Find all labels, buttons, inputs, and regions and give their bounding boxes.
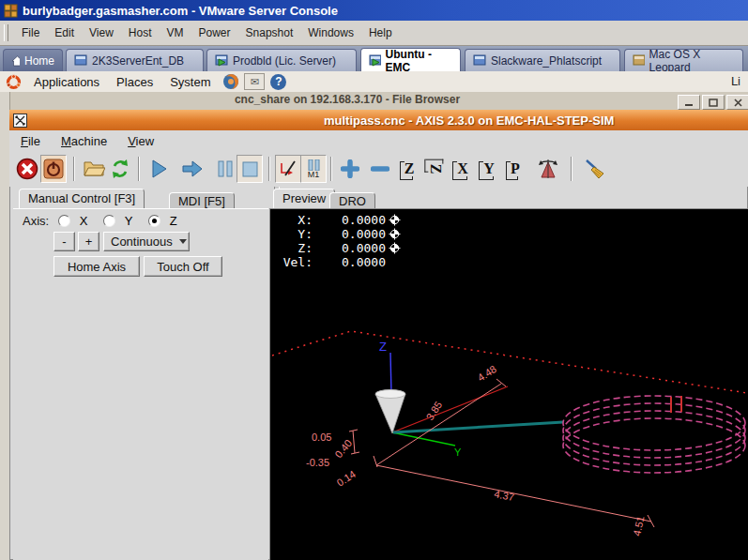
view-perspective-button[interactable]: P — [502, 155, 528, 183]
firefox-icon[interactable] — [222, 73, 239, 90]
axis-radio-x[interactable]: X — [58, 214, 87, 228]
view-z-button[interactable]: Z — [396, 155, 422, 183]
ubuntu-panel: Applications Places System ✉ ? Li — [0, 71, 748, 93]
applications-menu[interactable]: Applications — [25, 75, 108, 89]
tab-preview-label: Preview — [282, 191, 326, 205]
stop-button[interactable] — [237, 155, 263, 183]
view-y-icon: Y — [483, 161, 495, 176]
rotate-view-button[interactable] — [535, 155, 561, 183]
vm-suspended-icon — [633, 54, 645, 67]
close-icon — [734, 98, 742, 107]
radio-y-label: Y — [125, 214, 133, 228]
view-x-button[interactable]: X — [450, 155, 476, 183]
ubuntu-logo-icon[interactable] — [6, 74, 22, 90]
home-axis-button[interactable]: Home Axis — [53, 256, 140, 277]
dim-x-min: 0.14 — [335, 468, 359, 489]
jog-minus-button[interactable]: - — [53, 232, 75, 251]
minimize-icon — [684, 98, 694, 106]
jog-mode-value: Continuous — [111, 235, 173, 249]
estop-button[interactable] — [14, 155, 40, 183]
vmware-menu-view[interactable]: View — [82, 26, 121, 39]
tab-2k3serverent-db[interactable]: 2K3ServerEnt_DB — [66, 49, 204, 71]
rotate-cone-icon — [537, 158, 559, 180]
open-file-button[interactable] — [81, 155, 107, 183]
tab-slackware-phlatscript[interactable]: Slackware_Phlatscript — [465, 49, 620, 71]
dro-z-label: Z: — [279, 241, 313, 255]
radio-z[interactable] — [148, 215, 160, 227]
skip-lines-toggle[interactable] — [275, 155, 301, 183]
reload-button[interactable] — [107, 155, 133, 183]
help-icon[interactable]: ? — [270, 74, 286, 90]
zoom-out-button[interactable] — [367, 155, 393, 183]
clear-plot-button[interactable] — [582, 155, 608, 183]
tab-manual-control-label: Manual Control [F3] — [28, 191, 135, 205]
tab-mdi-label: MDI [F5] — [178, 194, 225, 208]
view-z-rotated-icon: Z — [428, 164, 443, 174]
vmware-titlebar[interactable]: burlybadger.gasmasher.com - VMware Serve… — [0, 0, 748, 21]
view-y-button[interactable]: Y — [476, 155, 502, 183]
view-z-rotated-button[interactable]: Z — [422, 155, 449, 183]
radio-y[interactable] — [103, 215, 115, 227]
axis-radio-z[interactable]: Z — [148, 214, 177, 228]
m1-label: M1 — [308, 171, 320, 179]
radio-x[interactable] — [58, 215, 70, 227]
panel-clock-fragment: Li — [731, 74, 740, 88]
axis-menu-file[interactable]: File — [21, 134, 40, 148]
vmware-menu-vm[interactable]: VM — [160, 26, 191, 39]
tab-home[interactable]: Home — [3, 49, 63, 71]
axis-radio-y[interactable]: Y — [103, 214, 132, 228]
jog-mode-select[interactable]: Continuous — [103, 232, 190, 251]
places-menu[interactable]: Places — [108, 75, 161, 89]
axis-titlebar[interactable]: multipass.cnc - AXIS 2.3.0 on EMC-HAL-ST… — [9, 110, 748, 131]
system-menu[interactable]: System — [161, 75, 219, 89]
touch-off-label: Touch Off — [157, 260, 208, 274]
vmware-menu-edit[interactable]: Edit — [47, 26, 82, 39]
position-marker-icon — [389, 228, 401, 240]
vmware-menu-help[interactable]: Help — [361, 26, 400, 39]
close-button[interactable] — [726, 95, 748, 110]
view-x-icon: X — [457, 161, 468, 176]
vm-running-icon — [369, 54, 381, 67]
tab-manual-control[interactable]: Manual Control [F3] — [19, 189, 145, 209]
axis-menu-view[interactable]: View — [128, 134, 154, 148]
tab-dro[interactable]: DRO — [329, 192, 375, 209]
jog-plus-button[interactable]: + — [78, 232, 99, 251]
maximize-button[interactable] — [702, 95, 725, 110]
touch-off-button[interactable]: Touch Off — [144, 256, 222, 277]
tool-cone — [375, 394, 405, 433]
mail-icon[interactable]: ✉ — [244, 73, 265, 90]
power-icon — [43, 159, 64, 179]
axis-menu-machine[interactable]: Machine — [61, 134, 107, 148]
tab-ubuntu-emc[interactable]: Ubuntu - EMC — [360, 48, 461, 72]
zoom-in-button[interactable] — [337, 155, 363, 183]
plus-icon — [341, 159, 359, 178]
run-icon — [150, 159, 169, 179]
maximize-icon — [709, 98, 718, 107]
pause-button[interactable] — [212, 155, 238, 183]
optional-stop-toggle[interactable]: M1 — [300, 155, 327, 183]
dro-row-z: Z: 0.0000 — [279, 241, 401, 255]
dro-row-vel: Vel: 0.0000 — [279, 255, 401, 269]
toolbar-separator — [73, 157, 74, 181]
tab-mdi[interactable]: MDI [F5] — [169, 192, 235, 209]
minimize-button[interactable] — [678, 95, 700, 110]
vmware-menu-host[interactable]: Host — [121, 26, 160, 39]
tab-prodbld[interactable]: Prodbld (Lic. Server) — [206, 49, 357, 71]
file-browser-titlebar[interactable]: cnc_share on 192.168.3.170 - File Browse… — [9, 93, 685, 110]
step-button[interactable] — [179, 155, 206, 183]
tab-preview[interactable]: Preview — [273, 189, 335, 209]
tab-mac-os-x-leopard[interactable]: Mac OS X Leopard — [624, 49, 743, 71]
vmware-menu-power[interactable]: Power — [191, 26, 238, 39]
menubar-grip[interactable] — [4, 24, 8, 41]
vmware-menu-snapshot[interactable]: Snapshot — [238, 26, 301, 39]
run-button[interactable] — [146, 155, 173, 183]
machine-power-button[interactable] — [40, 155, 67, 183]
vmware-menu-file[interactable]: File — [14, 26, 47, 39]
skip-lines-icon — [279, 159, 298, 178]
jog-plus-label: + — [85, 235, 93, 249]
limit-boundary — [272, 331, 747, 393]
step-arrow-icon — [181, 159, 204, 178]
vmware-menu-windows[interactable]: Windows — [300, 26, 361, 39]
vmware-menubar: File Edit View Host VM Power Snapshot Wi… — [0, 21, 748, 46]
vmware-app-icon — [4, 4, 18, 18]
